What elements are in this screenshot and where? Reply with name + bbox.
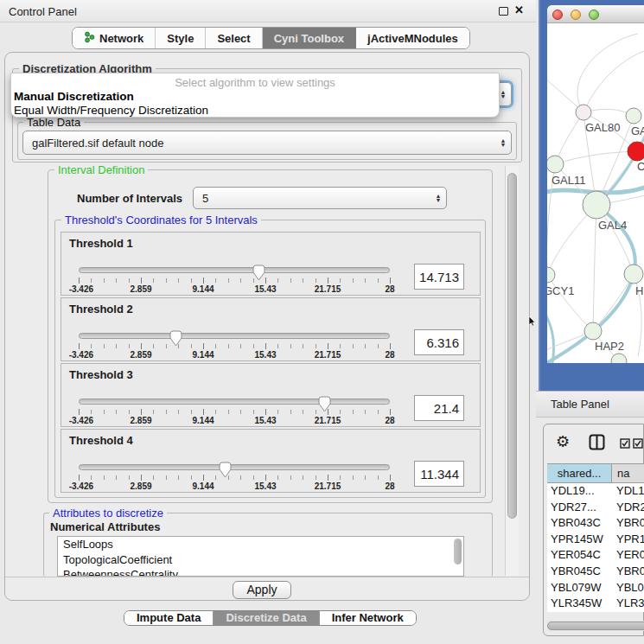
slider-ruler bbox=[79, 409, 390, 416]
panel-scrollbar-thumb[interactable] bbox=[507, 173, 517, 519]
cell-shared-name[interactable]: YBR043C bbox=[547, 515, 612, 532]
table-row[interactable]: YBR043CYBR0 bbox=[547, 515, 644, 532]
network-node[interactable] bbox=[576, 105, 591, 120]
popup-item-manual-discretization[interactable]: Manual Discretization bbox=[14, 90, 134, 103]
tick-label: 28 bbox=[385, 416, 394, 425]
cell-shared-name[interactable]: YBR045C bbox=[547, 564, 612, 580]
minimize-traffic-light[interactable] bbox=[571, 10, 581, 20]
close-icon[interactable]: ✕ bbox=[514, 3, 524, 16]
cell-name[interactable]: YDL1 bbox=[612, 483, 644, 500]
tick-mark bbox=[203, 475, 204, 481]
tick-mark bbox=[303, 475, 303, 480]
slider-thumb[interactable] bbox=[252, 265, 265, 281]
tab-jactivemnodules[interactable]: jActiveMNodules bbox=[356, 28, 469, 48]
network-node[interactable] bbox=[547, 267, 555, 283]
table-row[interactable]: YDR27...YDR2 bbox=[547, 500, 644, 516]
tab-network[interactable]: Network bbox=[73, 28, 156, 48]
apply-button[interactable]: Apply bbox=[233, 581, 291, 599]
tick-mark bbox=[104, 278, 105, 283]
tab-discretize-data[interactable]: Discretize Data bbox=[214, 611, 319, 625]
table-row[interactable]: YBR045CYBR0 bbox=[547, 564, 644, 580]
network-node[interactable] bbox=[628, 142, 644, 161]
attribute-list-item[interactable]: TopologicalCoefficient bbox=[58, 552, 463, 568]
table-row[interactable]: YBL079WYBL0 bbox=[547, 580, 644, 596]
threshold-1-block: Threshold 1 -3.4262.8599.14415.4321.7152… bbox=[61, 232, 481, 296]
attribute-list-item[interactable]: BetweennessCentrality bbox=[58, 567, 463, 577]
slider-track[interactable] bbox=[79, 267, 390, 273]
numerical-attributes-list[interactable]: SelfLoopsTopologicalCoefficientBetweenne… bbox=[57, 536, 464, 577]
cell-shared-name[interactable]: YDR27... bbox=[547, 500, 612, 516]
tick-mark bbox=[240, 410, 241, 414]
number-of-intervals-combobox[interactable]: 5 ▲▼ bbox=[193, 187, 447, 209]
tab-infer-network[interactable]: Infer Network bbox=[320, 611, 416, 625]
cell-shared-name[interactable]: YPR145W bbox=[547, 532, 612, 548]
number-of-intervals-value: 5 bbox=[194, 192, 430, 205]
zoom-traffic-light[interactable] bbox=[589, 10, 599, 20]
checkbox-icon[interactable] bbox=[633, 437, 643, 452]
tab-impute-data[interactable]: Impute Data bbox=[124, 611, 214, 625]
popup-item-equal-width[interactable]: Equal Width/Frequency Discretization bbox=[14, 104, 208, 117]
checkbox-icon[interactable] bbox=[620, 437, 630, 452]
cell-shared-name[interactable]: YBL079W bbox=[547, 580, 612, 596]
slider-thumb[interactable] bbox=[169, 330, 182, 347]
slider-thumb[interactable] bbox=[219, 462, 232, 478]
horizontal-scrollbar[interactable] bbox=[547, 621, 644, 631]
tick-mark bbox=[378, 344, 379, 348]
cell-name[interactable]: YBR0 bbox=[612, 515, 644, 532]
table-row[interactable]: YER054CYER0 bbox=[547, 547, 644, 564]
list-scrollbar[interactable] bbox=[454, 539, 462, 564]
table-data-combobox[interactable]: galFiltered.sif default node ▲▼ bbox=[22, 131, 512, 155]
spinner-arrows-icon: ▲▼ bbox=[495, 138, 511, 147]
tab-style[interactable]: Style bbox=[156, 28, 206, 48]
cell-name[interactable]: YBL0 bbox=[612, 580, 644, 596]
slider-track[interactable] bbox=[79, 464, 390, 470]
network-edge[interactable] bbox=[577, 34, 638, 112]
cell-name[interactable]: YPR1 bbox=[612, 532, 644, 548]
tick-mark bbox=[316, 344, 316, 348]
attribute-list-item[interactable]: SelfLoops bbox=[58, 537, 463, 552]
columns-icon[interactable] bbox=[589, 434, 605, 454]
network-node[interactable] bbox=[626, 108, 641, 124]
close-traffic-light[interactable] bbox=[552, 10, 563, 20]
column-header-name[interactable]: na bbox=[612, 464, 644, 482]
horizontal-scrollbar-thumb[interactable] bbox=[547, 622, 644, 630]
table-row[interactable]: YPR145WYPR1 bbox=[547, 532, 644, 548]
float-window-icon[interactable] bbox=[499, 7, 508, 16]
network-edge[interactable] bbox=[555, 151, 637, 164]
cell-shared-name[interactable]: YLR345W bbox=[547, 596, 612, 612]
slider-track[interactable] bbox=[79, 399, 390, 405]
threshold-value-field[interactable]: 21.4 bbox=[414, 395, 464, 421]
network-canvas[interactable]: GAL80GACGAL11GAL4GCY1HHAP2 bbox=[547, 23, 644, 363]
cell-name[interactable]: YER0 bbox=[612, 547, 644, 564]
network-node[interactable] bbox=[584, 322, 602, 340]
network-edge[interactable] bbox=[547, 309, 554, 363]
threshold-2-block: Threshold 2 -3.4262.8599.14415.4321.7152… bbox=[61, 297, 481, 361]
node-table: shared... na YDL19...YDL1YDR27...YDR2YBR… bbox=[547, 463, 644, 612]
cell-name[interactable]: YDR2 bbox=[612, 500, 644, 516]
network-node[interactable] bbox=[624, 265, 643, 284]
tab-select[interactable]: Select bbox=[206, 28, 262, 48]
tick-mark bbox=[277, 475, 278, 480]
gear-icon[interactable]: ⚙ bbox=[556, 432, 570, 451]
slider-track[interactable] bbox=[79, 333, 390, 339]
table-row[interactable]: YLR345WYLR3 bbox=[547, 596, 644, 612]
table-row[interactable]: YDL19...YDL1 bbox=[547, 483, 644, 500]
threshold-value-field[interactable]: 6.316 bbox=[414, 329, 464, 355]
cell-name[interactable]: YLR3 bbox=[612, 596, 644, 612]
popup-prompt[interactable]: Select algorithm to view settings bbox=[11, 76, 499, 89]
column-header-shared-name[interactable]: shared... bbox=[547, 464, 612, 482]
threshold-value-field[interactable]: 11.344 bbox=[414, 461, 464, 487]
threshold-value-field[interactable]: 14.713 bbox=[414, 264, 464, 290]
network-edge[interactable] bbox=[547, 275, 593, 331]
network-node[interactable] bbox=[547, 156, 564, 173]
network-edge[interactable] bbox=[593, 205, 596, 331]
cell-shared-name[interactable]: YER054C bbox=[547, 547, 612, 564]
tick-mark bbox=[253, 344, 254, 348]
network-node[interactable] bbox=[583, 191, 610, 219]
cell-name[interactable]: YBR0 bbox=[612, 564, 644, 580]
tab-cyni-toolbox[interactable]: Cyni Toolbox bbox=[263, 28, 356, 48]
network-edge[interactable] bbox=[593, 274, 634, 331]
slider-thumb[interactable] bbox=[318, 396, 331, 412]
tick-label: 15.43 bbox=[254, 350, 276, 360]
cell-shared-name[interactable]: YDL19... bbox=[547, 483, 612, 500]
